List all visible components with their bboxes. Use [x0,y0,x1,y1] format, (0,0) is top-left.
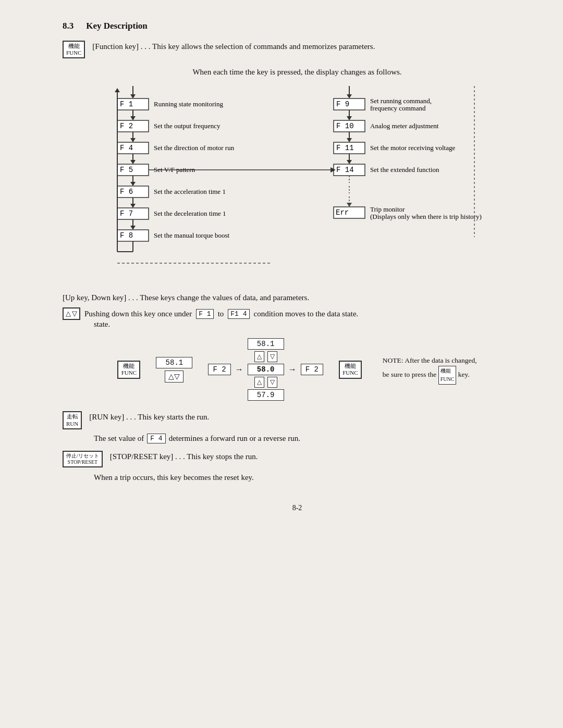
svg-marker-26 [130,204,136,208]
svg-marker-16 [130,160,136,164]
dc-updown-top: △▽ [165,371,183,382]
svg-text:F  8: F 8 [120,231,133,240]
dc-func-key-right: 機能 FUNC [339,361,362,378]
note-func-key: 機能FUNC [438,366,457,385]
stop-indent: When a trip occurs, this key becomes the… [94,472,532,484]
dc-58-0: 58.0 [248,364,284,375]
dc-func-left: 機能 FUNC [117,361,140,378]
pushing-suffix: condition moves to the data state. [254,310,359,318]
svg-text:frequency command: frequency command [370,104,426,112]
dc-func-right: 機能 FUNC [339,361,362,378]
svg-text:F 14: F 14 [336,166,354,174]
note-key-text: key. [458,371,470,378]
page-number: 8-2 [63,504,532,512]
updown-section: [Up key, Down key] . . . These keys chan… [63,293,532,329]
dc-58-1: 58.1 [248,338,284,350]
run-indent-text: The set value of [94,434,144,443]
svg-marker-6 [130,116,136,120]
stop-key-description: [STOP/RESET key] . . . This key stops th… [110,451,258,463]
svg-text:Set running command,: Set running command, [370,97,432,105]
dc-func-key-left: 機能 FUNC [117,361,140,378]
updown-description: [Up key, Down key] . . . These keys chan… [63,293,532,302]
stop-row: 停止/リセット STOP/RESET [STOP/RESET key] . . … [63,451,532,467]
svg-text:F  1: F 1 [120,100,133,108]
section-text: Key Description [86,21,148,31]
svg-marker-11 [130,138,136,142]
dc-57-9: 57.9 [248,389,284,401]
svg-marker-47 [347,116,352,120]
svg-marker-31 [130,226,136,230]
svg-marker-1 [130,94,136,98]
dc-arrow-right1: → [235,365,243,374]
dc-display-top: 58.1 [156,357,192,368]
svg-text:F  7: F 7 [120,209,133,218]
svg-text:F  9: F 9 [336,100,349,108]
updown-row: △▽ Pushing down this key once under F 1 … [63,307,532,320]
dc-mid-col: 58.1 △ ▽ 58.0 △ ▽ 57.9 [248,338,284,401]
run-key-box: 走転 RUN [63,411,82,429]
svg-text:F  4: F 4 [120,144,133,152]
run-indent2: determines a forward run or a reverse ru… [169,434,300,443]
svg-marker-38 [115,88,120,92]
svg-text:Running state monitoring: Running state monitoring [154,100,223,108]
func-key-box: 機能 FUNC [63,41,85,58]
dc-f2-left: F 2 [208,364,230,375]
run-section: 走転 RUN [RUN key] . . . This key starts t… [63,411,532,443]
flow-diagram: F 1 Running state monitoring F 2 Set the… [63,86,532,284]
svg-text:Set the deceleration time 1: Set the deceleration time 1 [154,209,226,217]
svg-marker-52 [347,138,352,142]
func-key-description: [Function key] . . . This key allows the… [92,41,375,53]
stop-key-box: 停止/リセット STOP/RESET [63,451,103,467]
svg-text:Set the manual torque boost: Set the manual torque boost [154,231,230,239]
svg-text:(Displays only when there is t: (Displays only when there is trip histor… [370,213,482,220]
svg-marker-21 [130,182,136,186]
dc-updown-mid: △ ▽ [254,351,277,362]
updown-key-box: △▽ [63,307,80,320]
svg-marker-41 [347,94,352,98]
dc-center: 58.1 △▽ [156,357,192,382]
svg-text:F 10: F 10 [336,122,354,130]
run-display: F 4 [147,434,165,443]
section-title: 8.3 Key Description [63,21,532,31]
svg-text:Trip monitor: Trip monitor [370,205,405,213]
func-key-section: 機能 FUNC [Function key] . . . This key al… [63,41,532,58]
pushing-desc: Pushing down this key once under [84,310,192,318]
dc-updown-box: △▽ [165,371,183,382]
svg-text:Analog meter adjustment: Analog meter adjustment [370,122,439,130]
stop-section: 停止/リセット STOP/RESET [STOP/RESET key] . . … [63,451,532,484]
svg-text:F  6: F 6 [120,188,133,196]
svg-text:F  5: F 5 [120,166,133,174]
dc-mid-section: F 2 → 58.1 △ ▽ 58.0 △ ▽ 57.9 → F 2 [208,338,323,401]
pushing-state: state. [94,320,532,329]
svg-marker-66 [347,203,352,207]
svg-text:Set the acceleration time 1: Set the acceleration time 1 [154,188,226,195]
data-change-diagram: 機能 FUNC 58.1 △▽ F 2 → 58.1 △ ▽ 58.0 [63,338,532,401]
svg-text:F 11: F 11 [336,144,354,152]
dc-note: NOTE: After the data is changed,be sure … [383,355,477,385]
pushing-to: F1 4 [228,309,249,319]
dc-updown-mid2: △ ▽ [254,377,277,388]
when-pressed-text: When each time the key is pressed, the d… [63,68,532,77]
dc-f2-right: F 2 [301,364,323,375]
svg-text:Set the motor receiving voltag: Set the motor receiving voltage [370,144,455,152]
svg-text:F  2: F 2 [120,122,133,130]
run-indent: The set value of F 4 determines a forwar… [94,434,532,443]
svg-text:Set the extended function: Set the extended function [370,166,439,174]
run-key-description: [RUN key] . . . This key starts the run. [89,411,209,423]
run-row: 走転 RUN [RUN key] . . . This key starts t… [63,411,532,429]
svg-text:Set the direction of motor run: Set the direction of motor run [154,144,235,152]
section-number: 8.3 [63,21,74,31]
dc-arrow-right2: → [288,365,297,374]
svg-marker-57 [347,160,352,164]
pushing-from: F 1 [196,309,213,319]
svg-text:Set the output frequency: Set the output frequency [154,122,221,130]
svg-text:Err: Err [336,208,349,217]
page-container: 8.3 Key Description 機能 FUNC [Function ke… [63,21,532,512]
